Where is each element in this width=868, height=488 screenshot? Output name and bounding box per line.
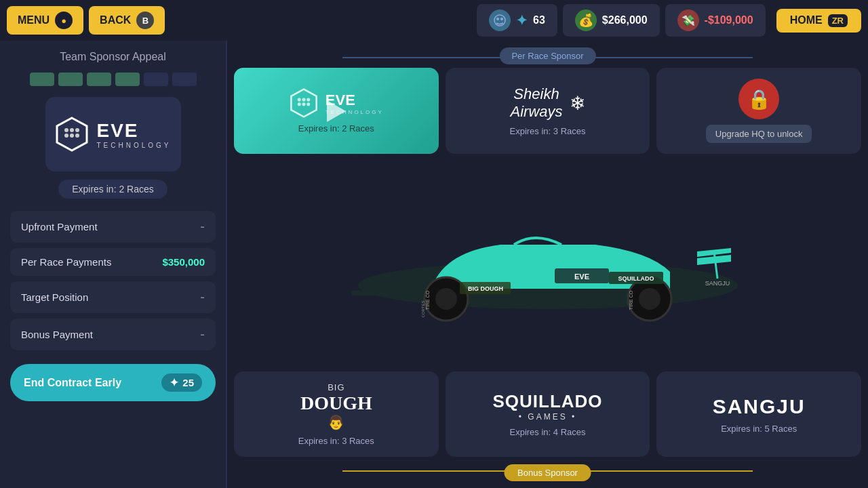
sangju-card[interactable]: SANGJU Expires in: 5 Races	[656, 371, 861, 457]
money-stat: 💰 $266,000	[563, 4, 660, 37]
back-badge: B	[136, 12, 154, 29]
eve-subtitle: TECHNOLOGY	[96, 142, 171, 149]
svg-point-9	[75, 134, 79, 138]
svg-text:EVE: EVE	[574, 272, 589, 281]
squillado-logo: SQUILLADO • GAMES •	[492, 391, 602, 422]
per-race-payment-row: Per Race Payments $350,000	[10, 248, 216, 276]
big-dough-name: DOUGH	[300, 392, 372, 414]
eve-text: EVE TECHNOLOGY	[96, 120, 171, 149]
money-amount: $266,000	[602, 14, 648, 26]
home-button[interactable]: HOME ZR	[776, 9, 861, 33]
right-panel: Per Race Sponsor	[227, 41, 868, 488]
per-race-section: Per Race Sponsor	[234, 47, 861, 154]
end-contract-cost-badge: ✦ 25	[161, 373, 202, 392]
svg-point-20	[435, 288, 457, 310]
star-2	[58, 73, 83, 86]
end-contract-label: End Contract Early	[24, 377, 121, 389]
squillado-expires: Expires in: 4 Races	[510, 427, 586, 437]
sheikh-logo: SheikhAirways ❄	[511, 85, 585, 121]
eve-brand: EVE	[96, 120, 171, 142]
home-badge: ZR	[828, 14, 848, 27]
per-race-sponsor-label: Per Race Sponsor	[499, 47, 595, 64]
svg-text:TIRE CO: TIRE CO	[629, 290, 633, 310]
sponsor-appeal-stars	[30, 73, 197, 86]
back-label: BACK	[100, 14, 131, 26]
svg-text:SQUILLADO: SQUILLADO	[618, 275, 654, 282]
back-button[interactable]: BACK B	[89, 6, 165, 35]
cost-icon: ✦	[170, 376, 178, 389]
eve-card-hex-icon	[289, 88, 319, 118]
sponsor-expires: Expires in: 2 Races	[58, 180, 167, 199]
fans-icon2: ✦	[516, 12, 528, 28]
fans-count: 63	[533, 14, 545, 26]
svg-point-14	[298, 102, 301, 106]
sheikh-card-expires: Expires in: 3 Races	[510, 126, 586, 136]
end-contract-button[interactable]: End Contract Early ✦ 25	[10, 364, 216, 401]
left-panel: Team Sponsor Appeal	[0, 41, 227, 488]
target-label: Target Position	[21, 291, 88, 303]
car-display: EVE SQUILLADO BIG DOUGH SANGJU TIRE CO T…	[234, 158, 861, 371]
upgrade-hq-label: Upgrade HQ to unlock	[706, 125, 812, 143]
eve-sponsor-card[interactable]: EVE TECHNOLOGY Expires in: 2 Races	[234, 68, 439, 154]
per-race-value: $350,000	[162, 256, 205, 268]
bonus-payment-row: Bonus Payment -	[10, 319, 216, 350]
target-value: -	[200, 289, 205, 305]
play-icon	[327, 100, 346, 122]
car-svg: EVE SQUILLADO BIG DOUGH SANGJU TIRE CO T…	[311, 197, 785, 333]
star-5	[144, 73, 168, 86]
lock-icon: 🔒	[738, 79, 779, 119]
star-1	[30, 73, 54, 86]
svg-point-1	[496, 18, 499, 20]
upfront-label: Upfront Payment	[21, 221, 98, 232]
fans-icon	[489, 9, 511, 31]
eve-hex-icon	[54, 117, 90, 152]
big-dough-mustache-icon: 👨	[300, 414, 372, 430]
top-bar: MENU ● BACK B ✦ 63 💰 $266,000 💸 -$109,00…	[0, 0, 868, 41]
end-contract-cost: 25	[182, 377, 194, 388]
sangju-expires: Expires in: 5 Races	[721, 424, 797, 434]
sangju-logo: SANGJU	[713, 395, 806, 418]
main-content: Team Sponsor Appeal	[0, 41, 868, 488]
menu-badge: ●	[55, 12, 73, 29]
bonus-sponsor-label: Bonus Sponsor	[504, 464, 591, 481]
svg-point-6	[75, 128, 79, 132]
money-icon: 💰	[575, 9, 597, 31]
sheikh-snowflake-icon: ❄	[570, 92, 585, 115]
bonus-section: BIG DOUGH 👨 Expires in: 3 Races SQUILLAD…	[234, 371, 861, 481]
star-6	[172, 73, 197, 86]
menu-button[interactable]: MENU ●	[7, 6, 83, 35]
sheikh-name: SheikhAirways	[511, 85, 563, 121]
squillado-card[interactable]: SQUILLADO • GAMES • Expires in: 4 Races	[446, 371, 650, 457]
squillado-name: SQUILLADO	[492, 391, 602, 412]
debt-amount: -$109,000	[705, 14, 753, 26]
home-label: HOME	[790, 14, 823, 26]
svg-point-4	[64, 128, 68, 132]
debt-icon: 💸	[677, 9, 699, 31]
svg-point-11	[298, 98, 301, 101]
eve-card-expires: Expires in: 2 Races	[298, 123, 374, 134]
svg-point-15	[302, 102, 305, 106]
bonus-payment-label: Bonus Payment	[21, 329, 93, 340]
panel-title: Team Sponsor Appeal	[60, 51, 166, 63]
debt-stat: 💸 -$109,000	[665, 4, 766, 37]
svg-text:TIRE CO: TIRE CO	[425, 290, 430, 310]
target-position-row: Target Position -	[10, 281, 216, 313]
svg-point-2	[500, 18, 503, 20]
big-dough-expires: Expires in: 3 Races	[298, 436, 374, 446]
big-dough-card[interactable]: BIG DOUGH 👨 Expires in: 3 Races	[234, 371, 439, 457]
menu-label: MENU	[18, 14, 50, 26]
sheikh-sponsor-card[interactable]: SheikhAirways ❄ Expires in: 3 Races	[446, 68, 650, 154]
eve-logo: EVE TECHNOLOGY	[54, 117, 171, 152]
svg-point-8	[70, 134, 74, 138]
svg-point-12	[302, 98, 305, 101]
bonus-payment-value: -	[200, 327, 205, 342]
svg-text:BIG DOUGH: BIG DOUGH	[467, 285, 502, 292]
svg-point-22	[639, 288, 660, 310]
big-dough-big: BIG	[300, 382, 372, 392]
svg-point-16	[307, 102, 310, 106]
sponsor-logo: EVE TECHNOLOGY	[45, 97, 181, 171]
svg-text:CORTES: CORTES	[421, 300, 425, 317]
star-3	[87, 73, 111, 86]
fans-stat: ✦ 63	[477, 4, 557, 37]
squillado-games: • GAMES •	[492, 412, 602, 422]
